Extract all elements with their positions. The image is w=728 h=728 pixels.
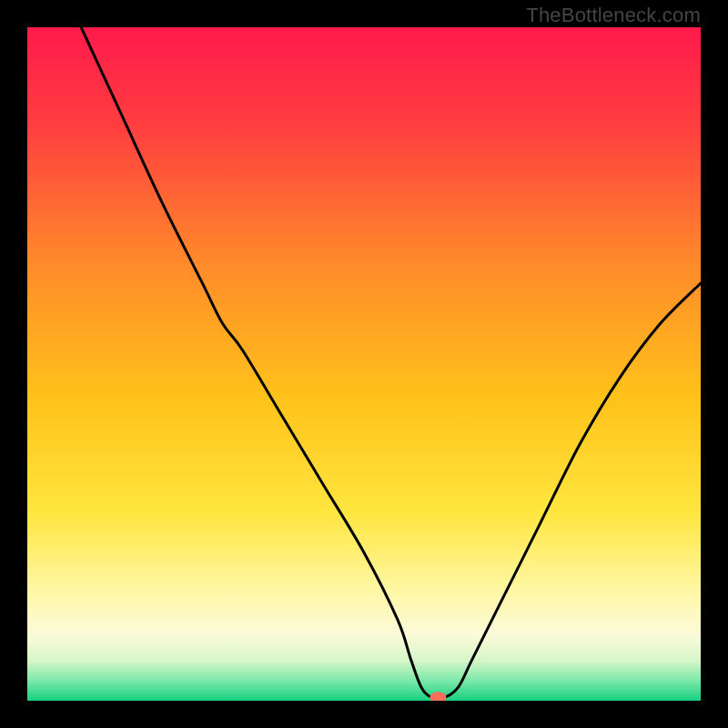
bottleneck-chart — [27, 27, 701, 701]
plot-area — [27, 27, 701, 701]
chart-frame: TheBottleneck.com — [0, 0, 728, 728]
watermark-text: TheBottleneck.com — [526, 4, 701, 27]
